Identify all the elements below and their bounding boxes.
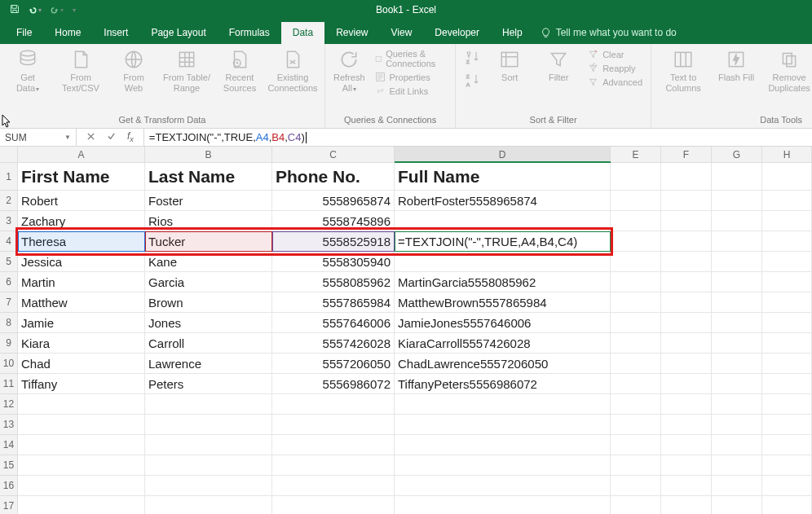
advanced-button[interactable]: Advanced bbox=[588, 77, 642, 87]
cell-A12[interactable] bbox=[18, 394, 145, 415]
row-header-3[interactable]: 3 bbox=[0, 211, 18, 231]
cell-G1[interactable] bbox=[712, 163, 762, 191]
refresh-all-button[interactable]: Refresh All▾ bbox=[333, 49, 365, 93]
cell-B11[interactable]: Peters bbox=[145, 374, 272, 394]
cell-D13[interactable] bbox=[395, 415, 611, 435]
cell-E6[interactable] bbox=[611, 272, 661, 292]
cell-D15[interactable] bbox=[395, 455, 611, 476]
cell-F10[interactable] bbox=[661, 354, 712, 374]
cell-C2[interactable]: 5558965874 bbox=[272, 191, 395, 211]
cell-E1[interactable] bbox=[611, 163, 661, 191]
cell-G7[interactable] bbox=[712, 292, 762, 313]
cell-A8[interactable]: Jamie bbox=[18, 313, 145, 333]
cell-H7[interactable] bbox=[762, 292, 812, 313]
row-header-8[interactable]: 8 bbox=[0, 313, 18, 333]
tab-home[interactable]: Home bbox=[43, 22, 92, 44]
cell-A13[interactable] bbox=[18, 415, 145, 435]
row-header-5[interactable]: 5 bbox=[0, 252, 18, 272]
cell-F16[interactable] bbox=[661, 476, 712, 496]
cell-H6[interactable] bbox=[762, 272, 812, 292]
cell-F15[interactable] bbox=[661, 455, 712, 476]
cell-E11[interactable] bbox=[611, 374, 661, 394]
cell-F11[interactable] bbox=[661, 374, 712, 394]
cell-F13[interactable] bbox=[661, 415, 712, 435]
cell-C13[interactable] bbox=[272, 415, 395, 435]
spreadsheet-grid[interactable]: ABCDEFGH1First NameLast NamePhone No.Ful… bbox=[0, 147, 812, 514]
column-header-H[interactable]: H bbox=[762, 147, 812, 163]
cell-E7[interactable] bbox=[611, 292, 661, 313]
cell-E5[interactable] bbox=[611, 252, 661, 272]
cell-B15[interactable] bbox=[145, 455, 272, 476]
cell-A11[interactable]: Tiffany bbox=[18, 374, 145, 394]
cell-G12[interactable] bbox=[712, 394, 762, 415]
tab-formulas[interactable]: Formulas bbox=[218, 22, 281, 44]
cell-A3[interactable]: Zachary bbox=[18, 211, 145, 231]
cell-D7[interactable]: MatthewBrown5557865984 bbox=[395, 292, 611, 313]
cell-F2[interactable] bbox=[661, 191, 712, 211]
cell-E9[interactable] bbox=[611, 333, 661, 354]
tell-me[interactable]: Tell me what you want to do bbox=[534, 27, 683, 44]
column-header-G[interactable]: G bbox=[712, 147, 762, 163]
row-header-17[interactable]: 17 bbox=[0, 496, 18, 514]
cell-G13[interactable] bbox=[712, 415, 762, 435]
row-header-11[interactable]: 11 bbox=[0, 374, 18, 394]
cell-G11[interactable] bbox=[712, 374, 762, 394]
cell-G6[interactable] bbox=[712, 272, 762, 292]
cell-B16[interactable] bbox=[145, 476, 272, 496]
cell-D5[interactable] bbox=[395, 252, 611, 272]
cell-A7[interactable]: Matthew bbox=[18, 292, 145, 313]
cell-H1[interactable] bbox=[762, 163, 812, 191]
cell-F4[interactable] bbox=[661, 231, 712, 252]
cell-E4[interactable] bbox=[611, 231, 661, 252]
cell-G4[interactable] bbox=[712, 231, 762, 252]
cell-E16[interactable] bbox=[611, 476, 661, 496]
cell-E3[interactable] bbox=[611, 211, 661, 231]
cell-A9[interactable]: Kiara bbox=[18, 333, 145, 354]
cell-G9[interactable] bbox=[712, 333, 762, 354]
cell-H16[interactable] bbox=[762, 476, 812, 496]
cell-G5[interactable] bbox=[712, 252, 762, 272]
cell-F17[interactable] bbox=[661, 496, 712, 514]
row-header-7[interactable]: 7 bbox=[0, 292, 18, 313]
cell-A4[interactable]: Theresa bbox=[18, 231, 145, 252]
cell-C11[interactable]: 5556986072 bbox=[272, 374, 395, 394]
cell-E10[interactable] bbox=[611, 354, 661, 374]
cell-G3[interactable] bbox=[712, 211, 762, 231]
column-header-D[interactable]: D bbox=[395, 147, 611, 163]
cell-C9[interactable]: 5557426028 bbox=[272, 333, 395, 354]
row-header-1[interactable]: 1 bbox=[0, 163, 18, 191]
recent-sources-button[interactable]: Recent Sources bbox=[220, 49, 259, 93]
redo-icon[interactable]: ▾ bbox=[50, 5, 64, 15]
from-table-range-button[interactable]: From Table/ Range bbox=[163, 49, 210, 93]
cell-B3[interactable]: Rios bbox=[145, 211, 272, 231]
cell-C17[interactable] bbox=[272, 496, 395, 514]
cell-B4[interactable]: Tucker bbox=[145, 231, 272, 252]
qat-customize-icon[interactable]: ▾ bbox=[73, 7, 76, 14]
cancel-formula-button[interactable] bbox=[86, 132, 95, 143]
tab-help[interactable]: Help bbox=[491, 22, 534, 44]
cell-H14[interactable] bbox=[762, 435, 812, 455]
cell-H4[interactable] bbox=[762, 231, 812, 252]
existing-connections-button[interactable]: Existing Connections bbox=[269, 49, 316, 93]
cell-H17[interactable] bbox=[762, 496, 812, 514]
column-header-E[interactable]: E bbox=[611, 147, 661, 163]
cell-A14[interactable] bbox=[18, 435, 145, 455]
cell-H9[interactable] bbox=[762, 333, 812, 354]
cell-F3[interactable] bbox=[661, 211, 712, 231]
flash-fill-button[interactable]: Flash Fill bbox=[717, 49, 756, 83]
remove-duplicates-button[interactable]: Remove Duplicates bbox=[766, 49, 812, 93]
row-header-4[interactable]: 4 bbox=[0, 231, 18, 252]
cell-D11[interactable]: TiffanyPeters5556986072 bbox=[395, 374, 611, 394]
cell-B17[interactable] bbox=[145, 496, 272, 514]
cell-D17[interactable] bbox=[395, 496, 611, 514]
cell-G17[interactable] bbox=[712, 496, 762, 514]
cell-H11[interactable] bbox=[762, 374, 812, 394]
cell-B12[interactable] bbox=[145, 394, 272, 415]
cell-B13[interactable] bbox=[145, 415, 272, 435]
cell-H3[interactable] bbox=[762, 211, 812, 231]
cell-H13[interactable] bbox=[762, 415, 812, 435]
cell-D8[interactable]: JamieJones5557646006 bbox=[395, 313, 611, 333]
cell-C4[interactable]: 5558525918 bbox=[272, 231, 395, 252]
fx-icon[interactable]: fx bbox=[127, 130, 134, 143]
cell-F6[interactable] bbox=[661, 272, 712, 292]
